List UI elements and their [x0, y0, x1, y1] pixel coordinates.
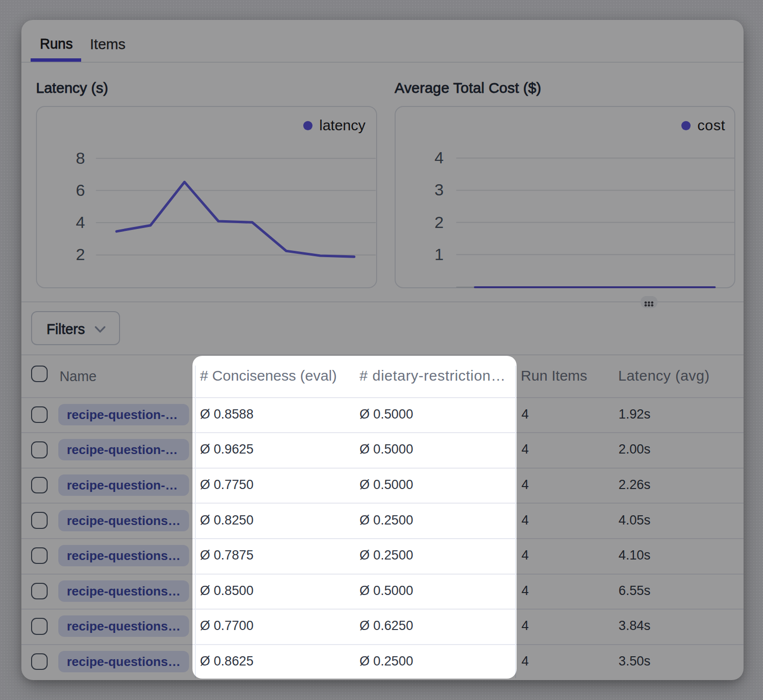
svg-text:3: 3 [434, 180, 444, 199]
svg-text:4: 4 [434, 148, 444, 167]
svg-text:2: 2 [434, 212, 444, 231]
svg-text:8: 8 [76, 149, 85, 167]
svg-text:6: 6 [76, 181, 85, 199]
svg-text:2: 2 [76, 245, 85, 263]
svg-text:1: 1 [434, 245, 444, 263]
svg-text:4: 4 [76, 213, 85, 231]
